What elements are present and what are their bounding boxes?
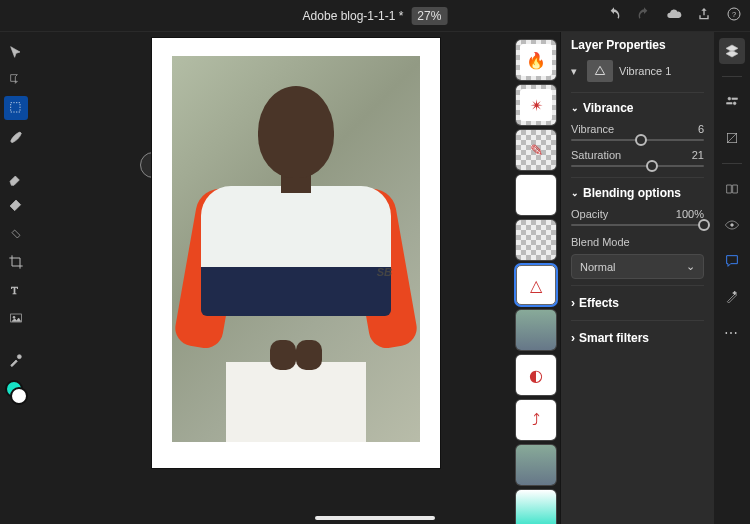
toolbar-divider (4, 334, 28, 344)
type-tool[interactable]: T (4, 278, 28, 302)
layer-thumb[interactable] (516, 490, 556, 524)
properties-panel: Layer Properties ▾ Vibrance 1 ⌄Vibrance … (560, 32, 714, 524)
background-color[interactable] (10, 387, 28, 405)
canvas[interactable]: SB (32, 32, 560, 524)
svg-text:?: ? (732, 10, 736, 19)
shirt-logo: SB (377, 266, 392, 278)
undo-icon[interactable] (606, 6, 622, 25)
heal-tool[interactable] (4, 222, 28, 246)
cloud-icon[interactable] (666, 6, 682, 25)
chevron-right-icon: › (571, 331, 575, 345)
transform-tool[interactable] (4, 68, 28, 92)
zoom-level[interactable]: 27% (411, 7, 447, 25)
home-indicator (315, 516, 435, 520)
more-icon: ⋯ (724, 325, 740, 341)
section-smart-filters[interactable]: ›Smart filters (571, 320, 704, 349)
panel-title: Layer Properties (571, 38, 704, 52)
section-blending: ⌄Blending options Opacity100% Blend Mode… (571, 177, 704, 279)
eraser-tool[interactable] (4, 166, 28, 190)
blendmode-select[interactable]: Normal ⌄ (571, 254, 704, 279)
brush-tool[interactable] (4, 124, 28, 148)
layers-panel-button[interactable] (719, 38, 745, 64)
learn-panel-button[interactable] (719, 176, 745, 202)
layer-name[interactable]: Vibrance 1 (619, 65, 671, 77)
properties-panel-button[interactable] (719, 89, 745, 115)
section-header-vibrance[interactable]: ⌄Vibrance (571, 101, 704, 115)
chevron-down-icon: ⌄ (571, 188, 579, 198)
chevron-down-icon[interactable]: ▾ (571, 65, 581, 78)
layer-thumb[interactable] (516, 175, 556, 215)
layer-thumb[interactable]: △ (516, 265, 556, 305)
section-vibrance: ⌄Vibrance Vibrance6 Saturation21 (571, 92, 704, 167)
chevron-down-icon: ⌄ (571, 103, 579, 113)
redo-icon[interactable] (636, 6, 652, 25)
toolbar-divider (4, 152, 28, 162)
svg-point-6 (17, 355, 21, 359)
svg-point-5 (13, 316, 15, 318)
help-icon[interactable]: ? (726, 6, 742, 25)
svg-rect-12 (732, 98, 737, 99)
crop-tool[interactable] (4, 250, 28, 274)
right-icon-strip: ⋯ (714, 32, 750, 524)
layer-thumb[interactable]: ◐ (516, 355, 556, 395)
document[interactable]: SB (152, 38, 440, 468)
fill-tool[interactable] (4, 194, 28, 218)
svg-rect-2 (11, 103, 20, 112)
layer-thumb[interactable]: ✴ (516, 85, 556, 125)
share-icon[interactable] (696, 6, 712, 25)
layer-thumb[interactable] (516, 445, 556, 485)
svg-rect-14 (727, 103, 732, 104)
layer-thumb[interactable] (516, 310, 556, 350)
section-effects[interactable]: ›Effects (571, 285, 704, 314)
comments-panel-button[interactable] (719, 248, 745, 274)
document-title: Adobe blog-1-1-1 * (303, 9, 404, 23)
section-header-blending[interactable]: ⌄Blending options (571, 186, 704, 200)
chevron-down-icon: ⌄ (686, 260, 695, 273)
layer-thumb[interactable]: ⤴ (516, 400, 556, 440)
layer-type-icon (587, 60, 613, 82)
layer-thumbnails[interactable]: 🔥◉✴◉✎◉◉◉△◉◉◐◉⤴◉◉◉ (516, 40, 560, 524)
svg-point-13 (733, 102, 736, 105)
chevron-right-icon: › (571, 296, 575, 310)
svg-text:T: T (11, 285, 18, 296)
slider-vibrance[interactable]: Vibrance6 (571, 123, 704, 141)
blendmode-label: Blend Mode (571, 236, 704, 248)
place-image-tool[interactable] (4, 306, 28, 330)
eyedropper-tool[interactable] (4, 348, 28, 372)
more-panel-button[interactable]: ⋯ (719, 320, 745, 346)
wand-panel-button[interactable] (719, 284, 745, 310)
svg-point-16 (731, 224, 734, 227)
layer-thumb[interactable] (516, 220, 556, 260)
adjustments-panel-button[interactable] (719, 125, 745, 151)
layer-thumb[interactable]: ✎ (516, 130, 556, 170)
slider-saturation[interactable]: Saturation21 (571, 149, 704, 167)
color-swatches[interactable] (5, 380, 27, 404)
selection-tool[interactable] (4, 96, 28, 120)
svg-point-11 (728, 97, 731, 100)
eye-panel-button[interactable] (719, 212, 745, 238)
photo-layer: SB (172, 56, 420, 442)
slider-opacity[interactable]: Opacity100% (571, 208, 704, 226)
layer-thumb[interactable]: 🔥 (516, 40, 556, 80)
move-tool[interactable] (4, 40, 28, 64)
